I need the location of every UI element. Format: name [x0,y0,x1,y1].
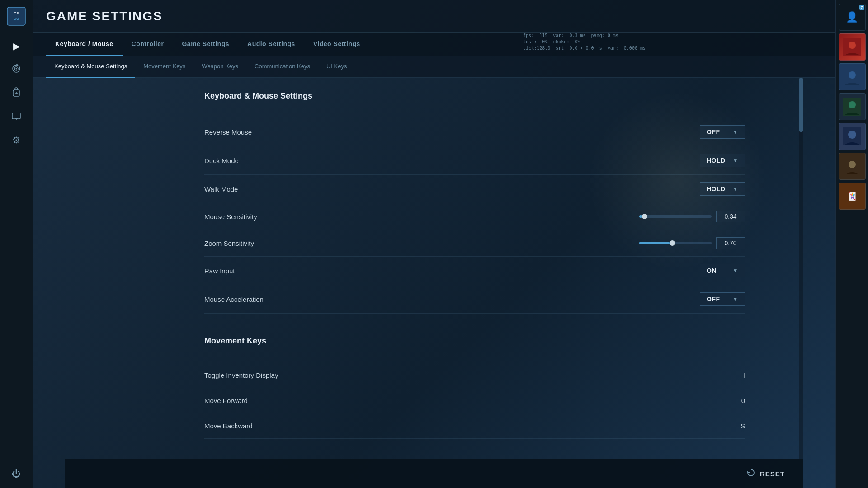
mouse-sensitivity-track[interactable] [639,215,712,218]
svg-point-5 [16,68,17,69]
svg-text:GO: GO [14,17,19,21]
play-icon: ▶ [13,41,20,52]
mouse-sensitivity-row: Mouse Sensitivity [204,203,745,230]
zoom-sensitivity-control [639,237,745,249]
gear-icon: ⚙ [12,135,20,145]
reset-button[interactable]: RESET [746,468,785,479]
zoom-sensitivity-row: Zoom Sensitivity [204,230,745,257]
walk-mode-dropdown[interactable]: HOLD ▼ [700,182,745,196]
move-forward-label: Move Forward [204,397,248,404]
raw-input-row: Raw Input ON ▼ [204,257,745,285]
move-backward-label: Move Backward [204,422,253,430]
subnav-communication-keys[interactable]: Communication Keys [246,56,318,78]
zoom-sensitivity-fill [639,242,670,244]
user-count-badge: 7 [859,5,864,10]
move-backward-row: Move Backward S [204,413,745,439]
subnav-weapon-keys[interactable]: Weapon Keys [193,56,246,78]
avatar-6[interactable]: 🃏 [839,183,866,210]
chevron-down-icon: ▼ [733,296,738,302]
nav-audio-settings[interactable]: Audio Settings [238,33,304,56]
movement-keys-title: Movement Keys [204,336,745,349]
users-icon: 👤 [846,11,858,23]
svg-point-22 [849,161,856,168]
walk-mode-row: Walk Mode HOLD ▼ [204,175,745,203]
svg-point-14 [849,42,856,49]
raw-input-dropdown[interactable]: ON ▼ [700,264,745,277]
zoom-sensitivity-label: Zoom Sensitivity [204,239,254,247]
scrollbar-thumb[interactable] [799,78,803,132]
mouse-acceleration-label: Mouse Acceleration [204,296,264,303]
avatar-1[interactable] [839,33,866,61]
reverse-mouse-dropdown[interactable]: OFF ▼ [700,125,745,139]
duck-mode-row: Duck Mode HOLD ▼ [204,146,745,175]
reverse-mouse-control: OFF ▼ [700,125,745,139]
settings-area: Keyboard & Mouse Settings Reverse Mouse … [33,78,835,488]
move-backward-key: S [709,422,745,430]
svg-rect-10 [12,113,20,119]
avatar-3[interactable] [839,93,866,120]
mouse-sensitivity-thumb[interactable] [642,214,647,219]
bottom-bar: RESET [65,459,803,488]
move-forward-row: Move Forward 0 [204,388,745,413]
walk-mode-control: HOLD ▼ [700,182,745,196]
fps-overlay: fps: 115 var: 0.3 ms pang: 0 ms loss: 0%… [523,33,646,52]
raw-input-label: Raw Input [204,267,235,275]
svg-text:CS: CS [14,11,19,15]
duck-mode-control: HOLD ▼ [700,154,745,167]
backpack-icon [12,87,21,99]
avatar-2[interactable] [839,63,866,90]
tv-icon [11,111,21,122]
sidebar-power-btn[interactable]: ⏻ [6,464,26,483]
km-settings-section: Keyboard & Mouse Settings Reverse Mouse … [204,91,745,314]
km-section-title: Keyboard & Mouse Settings [204,91,745,104]
zoom-sensitivity-track[interactable] [639,242,712,244]
mouse-sensitivity-input[interactable] [716,211,745,222]
chevron-down-icon: ▼ [733,267,738,274]
nav-controller[interactable]: Controller [123,33,173,56]
svg-point-20 [848,131,856,139]
avatar-5[interactable] [839,153,866,180]
mouse-acceleration-dropdown[interactable]: OFF ▼ [700,292,745,306]
sidebar-play-btn[interactable]: ▶ [6,36,26,56]
nav-keyboard-mouse[interactable]: Keyboard / Mouse [46,33,123,56]
mouse-acceleration-control: OFF ▼ [700,292,745,306]
zoom-sensitivity-thumb[interactable] [670,240,675,246]
movement-keys-section: Movement Keys Toggle Inventory Display I… [204,336,745,439]
avatar-4[interactable] [839,123,866,150]
page-title: GAME SETTINGS [46,9,163,23]
move-forward-key: 0 [709,397,745,404]
chevron-down-icon: ▼ [733,129,738,135]
csgo-logo: CS GO [5,5,28,28]
nav-game-settings[interactable]: Game Settings [173,33,238,56]
sidebar-radio-btn[interactable] [6,60,26,80]
scrollbar-track[interactable] [799,78,803,459]
sidebar-tv-btn[interactable] [6,107,26,127]
svg-point-18 [849,101,856,108]
mouse-sensitivity-control [639,211,745,222]
online-users-btn[interactable]: 👤 7 [839,4,866,31]
radio-icon [11,64,21,76]
duck-mode-dropdown[interactable]: HOLD ▼ [700,154,745,167]
sub-nav: Keyboard & Mouse Settings Movement Keys … [33,56,835,78]
subnav-movement-keys[interactable]: Movement Keys [135,56,193,78]
reverse-mouse-label: Reverse Mouse [204,128,252,136]
left-sidebar: CS GO ▶ [0,0,33,488]
chevron-down-icon: ▼ [733,186,738,192]
walk-mode-label: Walk Mode [204,185,238,193]
subnav-keyboard-mouse-settings[interactable]: Keyboard & Mouse Settings [46,56,135,78]
svg-rect-0 [7,7,25,25]
zoom-sensitivity-input[interactable] [716,237,745,249]
toggle-inventory-key: I [709,371,745,379]
nav-video-settings[interactable]: Video Settings [304,33,369,56]
sidebar-backpack-btn[interactable] [6,83,26,103]
raw-input-control: ON ▼ [700,264,745,277]
svg-text:🃏: 🃏 [847,191,858,201]
duck-mode-label: Duck Mode [204,157,239,164]
subnav-ui-keys[interactable]: UI Keys [318,56,355,78]
header: GAME SETTINGS [33,0,835,33]
sidebar-settings-btn[interactable]: ⚙ [6,130,26,150]
mouse-sensitivity-label: Mouse Sensitivity [204,213,257,221]
toggle-inventory-row: Toggle Inventory Display I [204,363,745,388]
svg-point-16 [849,71,856,79]
mouse-acceleration-row: Mouse Acceleration OFF ▼ [204,285,745,314]
